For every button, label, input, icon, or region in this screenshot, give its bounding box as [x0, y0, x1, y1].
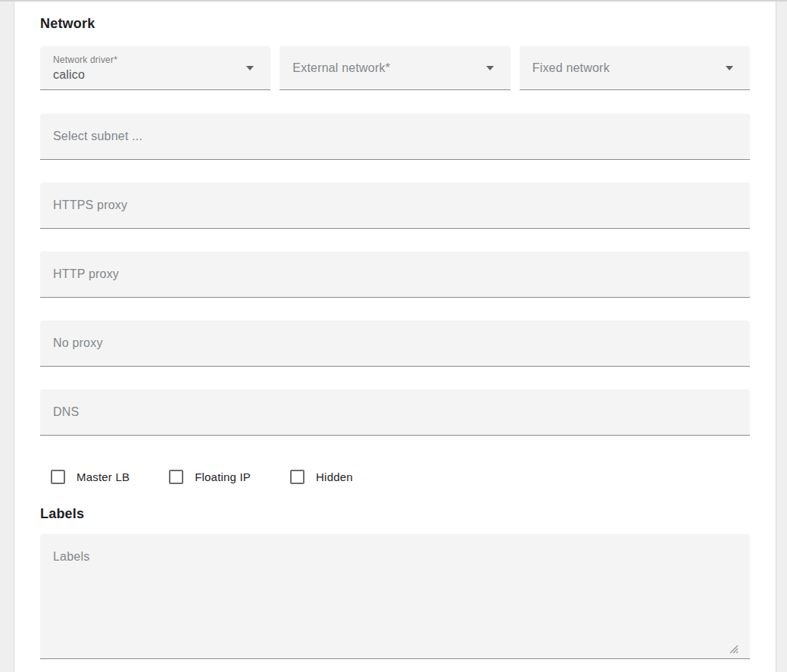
- checkbox-icon[interactable]: [51, 470, 65, 484]
- https-proxy-input[interactable]: [40, 183, 750, 229]
- top-divider: [0, 0, 787, 2]
- network-dropdown-row: Network driver* calico External network*…: [40, 46, 750, 90]
- network-section-title: Network: [40, 16, 750, 32]
- external-network-placeholder: External network*: [292, 61, 390, 75]
- network-driver-label: Network driver*: [53, 55, 239, 65]
- labels-textarea[interactable]: [40, 534, 750, 659]
- dns-input[interactable]: [40, 389, 750, 436]
- chevron-down-icon: [486, 66, 494, 70]
- left-gutter: [0, 0, 14, 672]
- options-checkbox-row: Master LB Floating IP Hidden: [40, 469, 750, 484]
- network-driver-value: calico: [53, 67, 239, 82]
- fixed-network-placeholder: Fixed network: [532, 61, 610, 75]
- checkbox-hidden[interactable]: Hidden: [290, 470, 353, 484]
- checkbox-floating-ip-label: Floating IP: [195, 470, 251, 483]
- network-driver-select[interactable]: Network driver* calico: [40, 46, 270, 90]
- checkbox-master-lb[interactable]: Master LB: [51, 470, 130, 484]
- checkbox-hidden-label: Hidden: [316, 470, 353, 483]
- network-form-panel: Network Network driver* calico External …: [14, 2, 776, 672]
- labels-section-title: Labels: [40, 506, 750, 522]
- chevron-down-icon: [246, 66, 254, 70]
- labels-textarea-wrap: [40, 534, 750, 659]
- checkbox-master-lb-label: Master LB: [77, 470, 130, 483]
- external-network-select[interactable]: External network*: [280, 46, 510, 90]
- resize-grip-icon[interactable]: [728, 643, 739, 654]
- subnet-select-input[interactable]: [40, 114, 750, 160]
- http-proxy-input[interactable]: [40, 252, 750, 298]
- fixed-network-select[interactable]: Fixed network: [520, 46, 750, 90]
- checkbox-icon[interactable]: [290, 470, 304, 484]
- checkbox-icon[interactable]: [169, 470, 183, 484]
- checkbox-floating-ip[interactable]: Floating IP: [169, 470, 251, 484]
- no-proxy-input[interactable]: [40, 320, 750, 367]
- right-gutter: [776, 0, 787, 672]
- chevron-down-icon: [726, 66, 733, 70]
